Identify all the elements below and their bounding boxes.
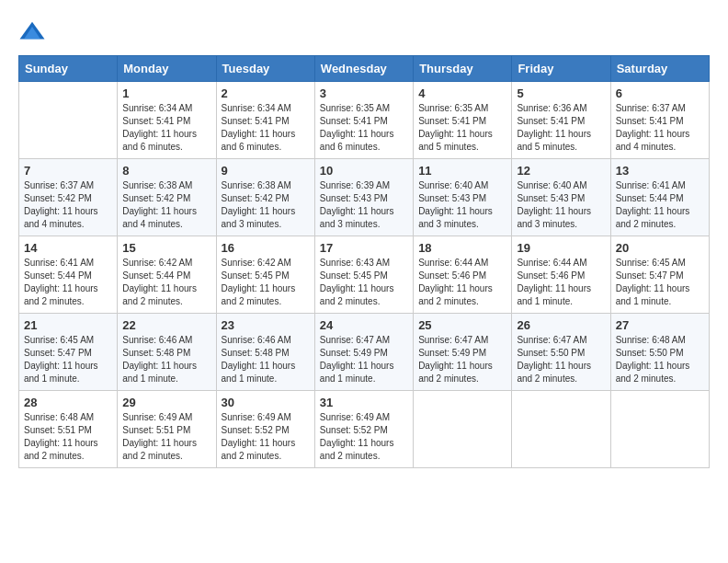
day-number: 1	[122, 86, 210, 100]
calendar-week-row: 1Sunrise: 6:34 AM Sunset: 5:41 PM Daylig…	[19, 82, 710, 159]
day-info: Sunrise: 6:34 AM Sunset: 5:41 PM Dayligh…	[122, 102, 210, 154]
calendar-cell: 30Sunrise: 6:49 AM Sunset: 5:52 PM Dayli…	[216, 391, 314, 468]
calendar-cell: 28Sunrise: 6:48 AM Sunset: 5:51 PM Dayli…	[19, 391, 118, 468]
calendar-cell: 4Sunrise: 6:35 AM Sunset: 5:41 PM Daylig…	[414, 82, 512, 159]
weekday-header: Thursday	[414, 56, 512, 82]
day-number: 25	[418, 318, 506, 332]
calendar-cell	[512, 391, 610, 468]
day-info: Sunrise: 6:48 AM Sunset: 5:50 PM Dayligh…	[616, 334, 704, 385]
day-number: 16	[222, 241, 310, 255]
day-number: 7	[24, 164, 112, 178]
weekday-header: Tuesday	[216, 56, 314, 82]
day-number: 12	[517, 164, 605, 178]
calendar-cell: 25Sunrise: 6:47 AM Sunset: 5:49 PM Dayli…	[414, 314, 512, 391]
day-number: 14	[24, 241, 112, 255]
calendar-cell: 17Sunrise: 6:43 AM Sunset: 5:45 PM Dayli…	[314, 236, 413, 314]
day-number: 29	[122, 396, 210, 409]
day-info: Sunrise: 6:43 AM Sunset: 5:45 PM Dayligh…	[320, 257, 408, 308]
day-number: 15	[122, 241, 210, 255]
day-info: Sunrise: 6:46 AM Sunset: 5:48 PM Dayligh…	[222, 334, 310, 385]
calendar-cell: 9Sunrise: 6:38 AM Sunset: 5:42 PM Daylig…	[216, 159, 314, 236]
calendar-cell	[610, 391, 709, 468]
day-number: 3	[320, 86, 408, 100]
day-number: 22	[122, 318, 210, 332]
day-number: 8	[122, 164, 210, 178]
calendar-cell: 26Sunrise: 6:47 AM Sunset: 5:50 PM Dayli…	[512, 314, 610, 391]
day-number: 10	[320, 164, 408, 178]
day-info: Sunrise: 6:40 AM Sunset: 5:43 PM Dayligh…	[517, 179, 605, 231]
calendar-cell	[414, 391, 512, 468]
day-info: Sunrise: 6:47 AM Sunset: 5:49 PM Dayligh…	[320, 334, 408, 385]
calendar-cell: 16Sunrise: 6:42 AM Sunset: 5:45 PM Dayli…	[216, 236, 314, 314]
day-number: 11	[418, 164, 506, 178]
day-number: 2	[222, 86, 310, 100]
weekday-header: Monday	[118, 56, 216, 82]
calendar-cell: 15Sunrise: 6:42 AM Sunset: 5:44 PM Dayli…	[118, 236, 216, 314]
calendar-week-row: 7Sunrise: 6:37 AM Sunset: 5:42 PM Daylig…	[19, 159, 710, 236]
calendar-cell: 7Sunrise: 6:37 AM Sunset: 5:42 PM Daylig…	[19, 159, 118, 236]
day-number: 18	[418, 241, 506, 255]
day-info: Sunrise: 6:49 AM Sunset: 5:52 PM Dayligh…	[222, 411, 310, 463]
day-info: Sunrise: 6:42 AM Sunset: 5:44 PM Dayligh…	[122, 257, 210, 308]
calendar-cell	[19, 82, 118, 159]
calendar-cell: 5Sunrise: 6:36 AM Sunset: 5:41 PM Daylig…	[512, 82, 610, 159]
calendar-cell: 14Sunrise: 6:41 AM Sunset: 5:44 PM Dayli…	[19, 236, 118, 314]
calendar-cell: 19Sunrise: 6:44 AM Sunset: 5:46 PM Dayli…	[512, 236, 610, 314]
day-info: Sunrise: 6:34 AM Sunset: 5:41 PM Dayligh…	[222, 102, 310, 154]
day-info: Sunrise: 6:46 AM Sunset: 5:48 PM Dayligh…	[122, 334, 210, 385]
calendar-week-row: 28Sunrise: 6:48 AM Sunset: 5:51 PM Dayli…	[19, 391, 710, 468]
day-number: 20	[616, 241, 704, 255]
day-info: Sunrise: 6:36 AM Sunset: 5:41 PM Dayligh…	[517, 102, 605, 154]
day-info: Sunrise: 6:38 AM Sunset: 5:42 PM Dayligh…	[222, 179, 310, 231]
calendar-cell: 20Sunrise: 6:45 AM Sunset: 5:47 PM Dayli…	[610, 236, 709, 314]
day-number: 24	[320, 318, 408, 332]
day-info: Sunrise: 6:45 AM Sunset: 5:47 PM Dayligh…	[24, 334, 112, 385]
day-number: 17	[320, 241, 408, 255]
calendar-cell: 24Sunrise: 6:47 AM Sunset: 5:49 PM Dayli…	[314, 314, 413, 391]
day-info: Sunrise: 6:44 AM Sunset: 5:46 PM Dayligh…	[517, 257, 605, 308]
calendar-cell: 18Sunrise: 6:44 AM Sunset: 5:46 PM Dayli…	[414, 236, 512, 314]
day-number: 13	[616, 164, 704, 178]
day-number: 9	[222, 164, 310, 178]
day-number: 4	[418, 86, 506, 100]
calendar-cell: 22Sunrise: 6:46 AM Sunset: 5:48 PM Dayli…	[118, 314, 216, 391]
day-info: Sunrise: 6:40 AM Sunset: 5:43 PM Dayligh…	[418, 179, 506, 231]
calendar-week-row: 14Sunrise: 6:41 AM Sunset: 5:44 PM Dayli…	[19, 236, 710, 314]
day-number: 19	[517, 241, 605, 255]
calendar-cell: 12Sunrise: 6:40 AM Sunset: 5:43 PM Dayli…	[512, 159, 610, 236]
day-number: 21	[24, 318, 112, 332]
calendar-cell: 10Sunrise: 6:39 AM Sunset: 5:43 PM Dayli…	[314, 159, 413, 236]
calendar-cell: 29Sunrise: 6:49 AM Sunset: 5:51 PM Dayli…	[118, 391, 216, 468]
calendar-cell: 13Sunrise: 6:41 AM Sunset: 5:44 PM Dayli…	[610, 159, 709, 236]
day-number: 6	[616, 86, 704, 100]
weekday-header: Sunday	[19, 56, 118, 82]
day-info: Sunrise: 6:42 AM Sunset: 5:45 PM Dayligh…	[222, 257, 310, 308]
day-number: 28	[24, 396, 112, 409]
day-info: Sunrise: 6:41 AM Sunset: 5:44 PM Dayligh…	[616, 179, 704, 231]
calendar-cell: 8Sunrise: 6:38 AM Sunset: 5:42 PM Daylig…	[118, 159, 216, 236]
weekday-header-row: SundayMondayTuesdayWednesdayThursdayFrid…	[19, 56, 710, 82]
day-info: Sunrise: 6:41 AM Sunset: 5:44 PM Dayligh…	[24, 257, 112, 308]
day-info: Sunrise: 6:47 AM Sunset: 5:50 PM Dayligh…	[517, 334, 605, 385]
calendar-table: SundayMondayTuesdayWednesdayThursdayFrid…	[18, 55, 710, 468]
day-info: Sunrise: 6:37 AM Sunset: 5:41 PM Dayligh…	[616, 102, 704, 154]
calendar-cell: 6Sunrise: 6:37 AM Sunset: 5:41 PM Daylig…	[610, 82, 709, 159]
day-info: Sunrise: 6:49 AM Sunset: 5:52 PM Dayligh…	[320, 411, 408, 463]
day-info: Sunrise: 6:47 AM Sunset: 5:49 PM Dayligh…	[418, 334, 506, 385]
day-info: Sunrise: 6:45 AM Sunset: 5:47 PM Dayligh…	[616, 257, 704, 308]
day-number: 23	[222, 318, 310, 332]
weekday-header: Friday	[512, 56, 610, 82]
day-info: Sunrise: 6:44 AM Sunset: 5:46 PM Dayligh…	[418, 257, 506, 308]
calendar-cell: 21Sunrise: 6:45 AM Sunset: 5:47 PM Dayli…	[19, 314, 118, 391]
day-info: Sunrise: 6:35 AM Sunset: 5:41 PM Dayligh…	[320, 102, 408, 154]
calendar-cell: 31Sunrise: 6:49 AM Sunset: 5:52 PM Dayli…	[314, 391, 413, 468]
calendar-cell: 11Sunrise: 6:40 AM Sunset: 5:43 PM Dayli…	[414, 159, 512, 236]
day-info: Sunrise: 6:37 AM Sunset: 5:42 PM Dayligh…	[24, 179, 112, 231]
calendar-cell: 27Sunrise: 6:48 AM Sunset: 5:50 PM Dayli…	[610, 314, 709, 391]
calendar-cell: 23Sunrise: 6:46 AM Sunset: 5:48 PM Dayli…	[216, 314, 314, 391]
day-info: Sunrise: 6:35 AM Sunset: 5:41 PM Dayligh…	[418, 102, 506, 154]
weekday-header: Saturday	[610, 56, 709, 82]
calendar-week-row: 21Sunrise: 6:45 AM Sunset: 5:47 PM Dayli…	[19, 314, 710, 391]
calendar-cell: 3Sunrise: 6:35 AM Sunset: 5:41 PM Daylig…	[314, 82, 413, 159]
page-header	[18, 18, 710, 46]
